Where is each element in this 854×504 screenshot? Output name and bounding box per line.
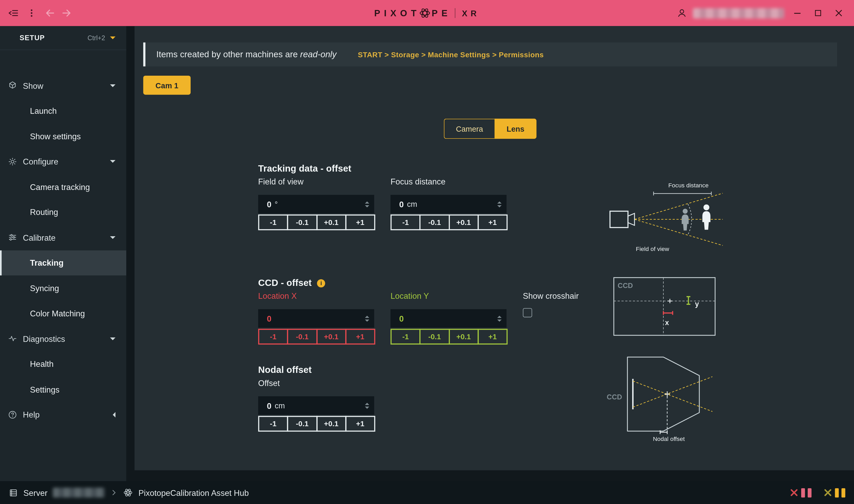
svg-text:Nodal offset: Nodal offset — [653, 435, 685, 442]
chevron-left-icon — [113, 412, 116, 417]
close-icon — [833, 7, 844, 18]
sidebar-item-label: Diagnostics — [23, 334, 65, 343]
status-bar-indicator — [808, 488, 812, 497]
indent-decrease-icon — [7, 7, 19, 19]
sidebar-item-tracking[interactable]: Tracking — [0, 250, 126, 275]
sidebar-item-label: Camera tracking — [30, 182, 90, 191]
stepper-down-icon[interactable] — [497, 319, 502, 321]
stepper-down-icon[interactable] — [497, 205, 502, 207]
sidebar-item-show[interactable]: Show — [0, 73, 126, 98]
sidebar-item-launch[interactable]: Launch — [0, 98, 126, 124]
sidebar-item-camera-tracking[interactable]: Camera tracking — [0, 174, 126, 199]
stepper-down-icon[interactable] — [365, 406, 369, 408]
sidebar-item-color-matching[interactable]: Color Matching — [0, 301, 126, 326]
sidebar-item-syncing[interactable]: Syncing — [0, 275, 126, 301]
nodal-offset-diagram: CCD Nodal offset — [599, 350, 730, 444]
sidebar-item-calibrate[interactable]: Calibrate — [0, 225, 126, 250]
focus-distance-unit: cm — [407, 200, 417, 209]
sidebar-item-settings[interactable]: Settings — [0, 377, 126, 402]
step-plus-1-button[interactable]: +1 — [477, 214, 507, 230]
chevron-down-icon — [110, 337, 116, 340]
svg-text:Field of view: Field of view — [636, 246, 669, 252]
stepper-up-icon[interactable] — [497, 201, 502, 203]
tab-lens[interactable]: Lens — [494, 119, 537, 139]
stepper-up-icon[interactable] — [497, 315, 502, 318]
field-of-view-input[interactable]: 0 ° — [258, 195, 374, 213]
step-plus-1-button[interactable]: +1 — [345, 416, 375, 432]
cam1-button[interactable]: Cam 1 — [143, 76, 191, 95]
sidebar-item-label: Tracking — [30, 258, 64, 267]
kebab-icon — [27, 8, 37, 18]
kebab-menu-button[interactable] — [24, 5, 39, 21]
sidebar-item-diagnostics[interactable]: Diagnostics — [0, 326, 126, 351]
server-icon — [9, 488, 18, 497]
maximize-button[interactable] — [811, 5, 825, 21]
step-minus-1-button[interactable]: -1 — [390, 214, 420, 230]
minimize-button[interactable] — [790, 5, 805, 21]
sidebar-item-label: Show — [23, 81, 43, 90]
sidebar-item-health[interactable]: Health — [0, 351, 126, 377]
chevron-down-icon — [110, 37, 116, 39]
step-plus-0-1-button[interactable]: +0.1 — [316, 416, 346, 432]
step-minus-1-button[interactable]: -1 — [258, 329, 288, 344]
server-name-redacted — [53, 488, 105, 498]
stepper-down-icon[interactable] — [365, 319, 369, 321]
sidebar-item-routing[interactable]: Routing — [0, 199, 126, 225]
breadcrumb[interactable]: START > Storage > Machine Settings > Per… — [358, 51, 544, 59]
sidebar-item-label: Configure — [23, 157, 58, 166]
focus-distance-step-buttons: -1 -0.1 +0.1 +1 — [390, 214, 507, 230]
step-plus-1-button[interactable]: +1 — [345, 329, 375, 344]
tab-camera[interactable]: Camera — [444, 119, 494, 139]
step-minus-1-button[interactable]: -1 — [390, 329, 420, 344]
step-plus-0-1-button[interactable]: +0.1 — [449, 214, 478, 230]
step-minus-0-1-button[interactable]: -0.1 — [287, 416, 317, 432]
help-icon — [7, 410, 17, 419]
sidebar-item-label: Show settings — [30, 132, 81, 141]
sidebar-item-label: Launch — [30, 106, 57, 115]
info-icon[interactable]: i — [317, 279, 325, 287]
step-minus-0-1-button[interactable]: -0.1 — [287, 329, 317, 344]
nodal-offset-input[interactable]: 0 cm — [258, 396, 374, 415]
show-crosshair-checkbox[interactable] — [523, 308, 532, 317]
svg-text:x: x — [665, 319, 669, 327]
chevron-right-icon — [110, 489, 118, 497]
location-x-input[interactable]: 0 — [258, 309, 374, 328]
stepper-up-icon[interactable] — [365, 201, 369, 203]
back-button[interactable] — [42, 5, 58, 21]
step-plus-0-1-button[interactable]: +0.1 — [316, 214, 346, 230]
step-minus-1-button[interactable]: -1 — [258, 214, 288, 230]
statusbar: Server PixotopeCalibration Asset Hub — [0, 481, 854, 504]
stepper-up-icon[interactable] — [365, 315, 369, 318]
focus-distance-input[interactable]: 0 cm — [390, 195, 506, 213]
svg-text:y: y — [695, 300, 699, 308]
stepper-down-icon[interactable] — [365, 205, 369, 207]
sidebar-item-help[interactable]: Help — [0, 402, 126, 427]
sidebar-item-label: Help — [23, 410, 40, 419]
location-y-value: 0 — [399, 314, 404, 323]
logo-xr-label: XR — [462, 8, 480, 18]
sidebar-item-configure[interactable]: Configure — [0, 149, 126, 174]
step-plus-1-button[interactable]: +1 — [345, 214, 375, 230]
step-plus-0-1-button[interactable]: +0.1 — [316, 329, 346, 344]
location-y-input[interactable]: 0 — [390, 309, 506, 328]
sidebar-item-label: Routing — [30, 208, 58, 217]
sidebar-item-show-settings[interactable]: Show settings — [0, 124, 126, 149]
app-window: PIXOT PE XR — [0, 0, 854, 504]
pixotope-logo: PIXOT PE XR — [374, 0, 480, 26]
ccd-diagram: CCD y x — [613, 277, 715, 336]
step-minus-0-1-button[interactable]: -0.1 — [420, 214, 450, 230]
asset-hub-label[interactable]: PixotopeCalibration Asset Hub — [139, 488, 249, 497]
chevron-down-icon — [110, 236, 116, 239]
step-plus-1-button[interactable]: +1 — [477, 329, 507, 344]
setup-selector[interactable]: SETUP Ctrl+2 — [0, 26, 126, 50]
step-plus-0-1-button[interactable]: +0.1 — [449, 329, 478, 344]
step-minus-0-1-button[interactable]: -0.1 — [287, 214, 317, 230]
step-minus-1-button[interactable]: -1 — [258, 416, 288, 432]
step-minus-0-1-button[interactable]: -0.1 — [420, 329, 450, 344]
collapse-sidebar-button[interactable] — [5, 5, 21, 21]
close-button[interactable] — [831, 5, 847, 21]
forward-button[interactable] — [59, 5, 74, 21]
status-bar-indicator — [841, 488, 845, 497]
stepper-up-icon[interactable] — [365, 402, 369, 405]
status-error-icon — [823, 488, 832, 497]
